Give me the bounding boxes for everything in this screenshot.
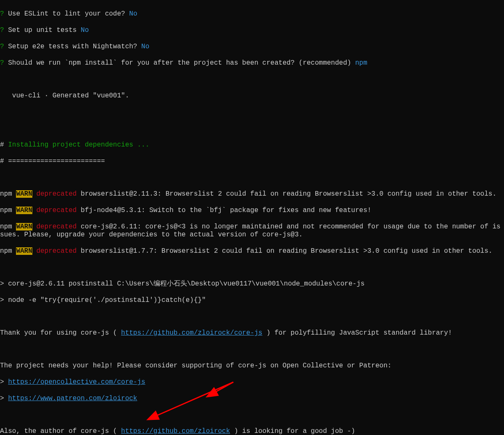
support-link-line: > https://opencollective.com/core-js [0,378,504,387]
warn-message: browserslist@1.7.7: Browserslist 2 could… [77,247,492,255]
blank-line [0,108,504,117]
prompt-text: Setup e2e tests with Nightwatch? [4,43,141,50]
prompt-line-1: ? Set up unit tests No [0,26,504,35]
support-link-line: > https://www.patreon.com/zloirock [0,395,504,403]
question-mark-icon: ? [0,26,4,34]
npm-prefix: npm [0,223,16,231]
blank-line [0,346,504,354]
thanks-pre: Thank you for using core-js ( [0,329,121,337]
npm-warn-line: npm WARN deprecated browserslist@1.7.7: … [0,247,504,256]
blank-line [0,411,504,419]
hash-icon: # [0,141,4,149]
postinstall-line: > core-js@2.6.11 postinstall C:\Users\编程… [0,280,504,288]
postinstall-line: > node -e "try{require('./postinstall')}… [0,296,504,305]
also-line: Also, the author of core-js ( https://gi… [0,427,504,435]
gt-icon: > [0,378,8,386]
gt-icon: > [0,395,8,402]
prompt-answer: No [129,10,137,18]
deprecated-keyword: deprecated [32,207,77,214]
also-post: ) is looking for a good job -) [230,427,355,435]
question-mark-icon: ? [0,59,4,67]
thanks-post: ) for polyfilling JavaScript standard li… [262,329,452,337]
deprecated-keyword: deprecated [32,190,77,198]
question-mark-icon: ? [0,43,4,50]
warn-message: bfj-node4@5.3.1: Switch to the `bfj` pac… [77,207,371,214]
terminal-output[interactable]: ? Use ESLint to lint your code? No ? Set… [0,0,504,435]
blank-line [0,125,504,133]
separator-line: # ======================== [0,157,504,166]
blank-line [0,264,504,272]
install-deps-line: # Installing project dependencies ... [0,141,504,149]
warn-badge: WARN [16,223,32,231]
opencollective-link[interactable]: https://opencollective.com/core-js [8,378,145,386]
prompt-line-3: ? Should we run `npm install` for you af… [0,59,504,68]
zloirock-link[interactable]: https://github.com/zloirock [121,427,230,435]
prompt-line-0: ? Use ESLint to lint your code? No [0,10,504,18]
patreon-link[interactable]: https://www.patreon.com/zloirock [8,395,137,402]
deprecated-keyword: deprecated [32,247,77,255]
npm-prefix: npm [0,247,16,255]
npm-prefix: npm [0,190,16,198]
warn-badge: WARN [16,190,32,198]
prompt-text: Use ESLint to lint your code? [4,10,129,18]
prompt-answer: No [141,43,149,50]
deprecated-keyword: deprecated [32,223,77,231]
prompt-answer: No [81,26,89,34]
blank-line [0,76,504,84]
warn-badge: WARN [16,247,32,255]
prompt-text: Set up unit tests [4,26,81,34]
install-deps-text: Installing project dependencies ... [4,141,150,149]
npm-prefix: npm [0,207,16,214]
npm-warn-line: npm WARN deprecated browserslist@2.11.3:… [0,190,504,199]
generated-line: vue-cli · Generated "vue001". [0,92,504,100]
support-line: The project needs your help! Please cons… [0,362,504,370]
question-mark-icon: ? [0,10,4,18]
prompt-answer: npm [355,59,367,67]
npm-warn-line: npm WARN deprecated core-js@2.6.11: core… [0,223,504,239]
corejs-github-link[interactable]: https://github.com/zloirock/core-js [121,329,262,337]
prompt-text: Should we run `npm install` for you afte… [4,59,355,67]
thanks-line: Thank you for using core-js ( https://gi… [0,329,504,338]
warn-badge: WARN [16,207,32,214]
blank-line [0,174,504,182]
blank-line [0,313,504,321]
also-pre: Also, the author of core-js ( [0,427,121,435]
prompt-line-2: ? Setup e2e tests with Nightwatch? No [0,43,504,51]
warn-message: browserslist@2.11.3: Browserslist 2 coul… [77,190,496,198]
npm-warn-line: npm WARN deprecated bfj-node4@5.3.1: Swi… [0,207,504,215]
